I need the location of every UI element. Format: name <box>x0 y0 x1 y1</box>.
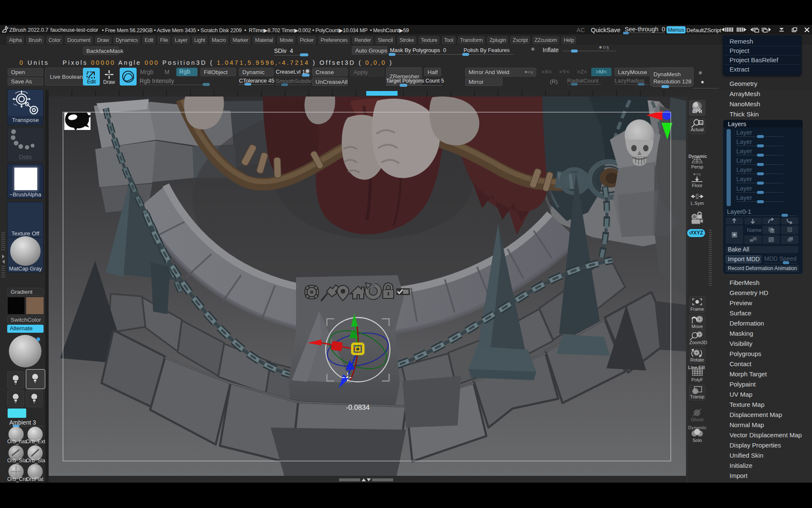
svg-text:x1: x1 <box>699 121 703 125</box>
svg-text:Edit: Edit <box>87 79 96 85</box>
svg-text:-0.0834: -0.0834 <box>346 403 370 411</box>
svg-text:Draw: Draw <box>103 79 115 85</box>
